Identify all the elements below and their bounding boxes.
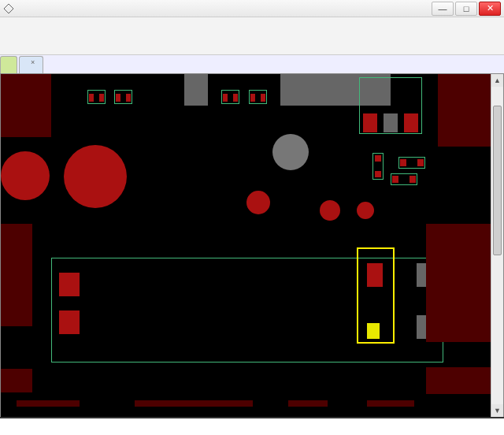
pad-net137a (1, 151, 50, 200)
scroll-up-icon[interactable]: ▲ (491, 74, 503, 87)
main-toolbar (0, 17, 504, 55)
pad-net2 (246, 191, 270, 214)
maximize-button[interactable]: □ (455, 2, 477, 16)
tab-close-icon[interactable]: × (31, 58, 35, 66)
tab-bar: × (0, 55, 504, 74)
pad-gnd (272, 134, 309, 170)
scroll-down-icon[interactable]: ▼ (491, 404, 503, 417)
app-icon (3, 3, 14, 14)
vertical-scrollbar[interactable]: ▲ ▼ (491, 74, 503, 417)
scroll-thumb[interactable] (493, 106, 502, 255)
tab-file[interactable]: × (19, 56, 43, 73)
selection-highlight (357, 247, 395, 344)
title-bar: — □ ✕ (0, 0, 504, 17)
pcb-canvas[interactable]: ▲ ▼ (0, 74, 504, 417)
minimize-button[interactable]: — (432, 2, 454, 16)
status-bar (0, 417, 504, 435)
pad-net137b (64, 145, 127, 208)
close-button[interactable]: ✕ (479, 2, 501, 16)
tab-home[interactable] (0, 56, 17, 73)
